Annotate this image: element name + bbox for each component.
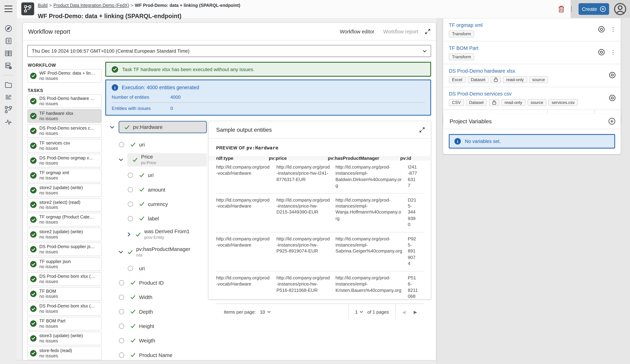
user-avatar-icon[interactable] <box>614 2 627 16</box>
radio-icon[interactable] <box>119 280 124 285</box>
item-menu-kebab-icon[interactable]: ⋮ <box>610 26 616 33</box>
tag-chip: services.csv <box>548 99 578 106</box>
server-eye-icon[interactable] <box>4 61 13 70</box>
radio-icon[interactable] <box>119 295 124 300</box>
valid-check-icon <box>130 309 136 314</box>
chevron-down-icon[interactable] <box>110 125 114 129</box>
expand-icon[interactable] <box>419 127 425 133</box>
folder-icon[interactable] <box>4 80 13 89</box>
execution-date-select[interactable]: Thu Dec 19 2024 10:06:57 GMT+0100 (Centr… <box>27 45 431 57</box>
task-item[interactable]: WF Prod-Demo: data + lin…no issues <box>27 69 102 83</box>
activity-icon[interactable] <box>4 118 13 126</box>
page-select[interactable]: 1 <box>355 310 364 314</box>
radio-icon[interactable] <box>128 172 133 178</box>
task-item[interactable]: DS Prod-Demo supplier js…no issues <box>27 243 102 256</box>
tag-chip: Dataset <box>468 76 488 83</box>
radio-icon[interactable] <box>128 201 133 207</box>
task-status: no issues <box>39 76 95 81</box>
tree-leaf-row: uri <box>105 137 208 152</box>
task-item[interactable]: DS Prod-Demo orgmap x…no issues <box>27 154 102 167</box>
radio-icon[interactable] <box>128 216 133 221</box>
delete-trash-icon[interactable] <box>558 5 565 13</box>
menu-hamburger-icon[interactable] <box>4 5 12 12</box>
tab-workflow-editor[interactable]: Workflow editor <box>340 29 374 34</box>
book-icon[interactable] <box>4 49 13 58</box>
task-item[interactable]: TF BOMno issues <box>27 287 102 301</box>
info-icon: i <box>454 138 461 144</box>
tree-node-label: pv:hasProductManager <box>136 247 190 253</box>
related-item-link[interactable]: DS Prod-Demo hardware xlsx <box>449 68 515 74</box>
task-item[interactable]: TF supplier jsonno issues <box>27 257 102 271</box>
expand-icon[interactable] <box>425 28 431 34</box>
table-cell: D215-3449390 <box>408 197 424 228</box>
task-item[interactable]: DS Prod-Demo services c…no issues <box>27 124 102 138</box>
radio-icon[interactable] <box>119 324 124 329</box>
task-item[interactable]: store2 (update) (write)no issues <box>27 183 102 197</box>
related-item-link[interactable]: TF orgmap xml <box>449 22 482 28</box>
radio-icon[interactable] <box>128 187 133 192</box>
related-item-link[interactable]: DS Prod-Demo services csv <box>449 91 512 97</box>
radio-icon[interactable] <box>128 266 133 271</box>
preview-eye-icon[interactable] <box>609 94 616 101</box>
task-status: no issues <box>39 324 65 329</box>
related-item-link[interactable]: TF BOM Part <box>449 45 478 51</box>
task-success-icon <box>30 98 36 104</box>
task-item[interactable]: DS Prod-Demo hardware …no issues <box>27 94 102 108</box>
tab-workflow-report[interactable]: Workflow report <box>383 29 418 34</box>
task-item[interactable]: store2 (select) (read)no issues <box>27 198 102 212</box>
preview-eye-icon[interactable] <box>598 49 605 56</box>
tag-chip: read-only <box>501 99 526 106</box>
table-cell: http://ld.company.org/prod-instances/emp… <box>336 236 408 267</box>
breadcrumb-link[interactable]: Product Data Integration Demo (FedX) <box>54 3 129 7</box>
task-item[interactable]: DS Prod-Demo bom xlsx (…no issues <box>27 272 102 286</box>
tree-node-label: pv:Hardware <box>133 124 163 130</box>
list-icon[interactable] <box>4 93 13 101</box>
task-text: DS Prod-Demo bom xlsx (…no issues <box>39 304 95 314</box>
table-cell: P925-8919074 <box>408 236 424 267</box>
task-success-icon <box>30 217 36 223</box>
task-title: DS Prod-Demo orgmap x… <box>39 155 94 160</box>
chevron-down-icon[interactable] <box>118 250 123 254</box>
radio-icon[interactable] <box>119 352 124 358</box>
radio-icon[interactable] <box>119 309 124 314</box>
task-item[interactable]: TF orgmap (Product Cate…no issues <box>27 213 102 227</box>
tree-node-selected[interactable]: pv:Hardware <box>118 121 207 133</box>
prev-page-icon[interactable]: ◀ <box>402 309 406 315</box>
compass-icon[interactable] <box>4 24 13 33</box>
task-item[interactable]: TF orgmap xmlno issues <box>27 168 102 182</box>
radio-icon[interactable] <box>119 142 124 147</box>
item-menu-kebab-icon[interactable]: ⋮ <box>610 49 616 55</box>
breadcrumb-link[interactable]: Build <box>38 3 48 7</box>
more-options-kebab-icon[interactable]: ⋮ <box>568 5 574 13</box>
add-variable-plus-icon[interactable] <box>608 118 616 125</box>
task-item[interactable]: TF BOM Partno issues <box>27 317 102 331</box>
task-item[interactable]: store-fedx (read)no issues <box>27 347 102 360</box>
related-item-row: DS Prod-Demo services csvCSVDatasetread-… <box>443 87 621 110</box>
task-title: store2 (update) (write) <box>39 229 83 235</box>
preview-eye-icon[interactable] <box>598 26 605 33</box>
task-title: DS Prod-Demo supplier js… <box>39 244 95 250</box>
radio-icon[interactable] <box>119 338 124 343</box>
tree-node[interactable]: pv:hasProductManagern/a <box>128 247 190 258</box>
table-cell: http://ld.company.org/prod-vocab/Hardwar… <box>216 164 276 189</box>
task-item[interactable]: DS Prod-Demo bom xlsx (…no issues <box>27 302 102 316</box>
task-item[interactable]: store3 (update) (write)no issues <box>27 332 102 345</box>
preview-eye-icon[interactable] <box>609 71 616 79</box>
workflow-icon[interactable] <box>4 105 13 114</box>
task-text: DS Prod-Demo bom xlsx (…no issues <box>39 274 95 284</box>
task-text: DS Prod-Demo supplier js…no issues <box>39 244 95 255</box>
chevron-down-icon[interactable] <box>118 157 123 162</box>
task-item[interactable]: TF hardware xlsxno issues <box>27 109 102 123</box>
items-per-page-select[interactable]: 10 <box>260 310 271 314</box>
chevron-right-icon[interactable] <box>126 232 131 237</box>
notebook-icon[interactable] <box>4 36 13 45</box>
tree-node[interactable]: Pricepv:Price <box>128 153 207 166</box>
task-item[interactable]: store2 (update) (write)no issues <box>27 228 102 241</box>
tree-node[interactable]: was Derived From1prov:Entity <box>135 229 190 240</box>
next-page-icon[interactable]: ▶ <box>414 309 417 315</box>
valid-check-icon <box>139 173 145 177</box>
create-button[interactable]: Create <box>578 3 609 15</box>
task-item[interactable]: TF services csvno issues <box>27 139 102 152</box>
tree-node-type: n/a <box>136 253 190 258</box>
horizontal-scrollbar[interactable] <box>17 360 436 364</box>
